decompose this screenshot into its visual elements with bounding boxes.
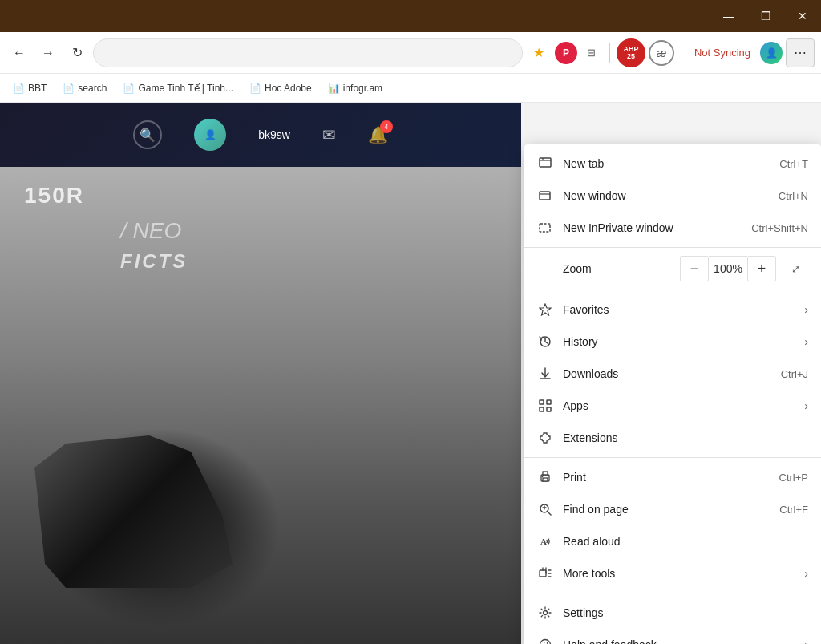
menu-item-print[interactable]: Print Ctrl+P [524, 461, 821, 493]
menu-item-favorites[interactable]: Favorites › [524, 294, 821, 326]
new-window-label: New window [563, 189, 769, 202]
svg-rect-13 [547, 407, 551, 411]
notification-button[interactable]: 🔔 4 [368, 125, 388, 144]
extensions-label: Extensions [563, 431, 808, 444]
print-icon [537, 469, 553, 485]
inprivate-label: New InPrivate window [563, 221, 742, 234]
print-shortcut: Ctrl+P [779, 472, 808, 484]
not-syncing-button[interactable]: Not Syncing [688, 43, 757, 62]
bookmark-search-icon: 📄 [63, 83, 75, 94]
search-button[interactable]: 🔍 [133, 120, 162, 149]
maximize-button[interactable]: ❐ [747, 0, 784, 32]
more-tools-label: More tools [563, 567, 788, 580]
title-bar: — ❐ ✕ [0, 0, 821, 32]
svg-rect-11 [547, 400, 551, 404]
toolbar: ← → ↻ ★ P ⊟ ABP 25 æ Not Syncing 👤 ⋯ [0, 32, 821, 74]
menu-item-find[interactable]: Find on page Ctrl+F [524, 493, 821, 525]
help-icon: ? [537, 637, 553, 644]
split-tab-button[interactable]: ⊟ [580, 42, 603, 64]
bookmark-bar: 📄 BBT 📄 search 📄 Game Tinh Tế | Tinh... … [0, 74, 821, 103]
settings-label: Settings [563, 606, 808, 619]
more-menu-button[interactable]: ⋯ [786, 38, 815, 67]
neo-text: / NEO FICTS [120, 215, 188, 274]
menu-item-read-aloud[interactable]: A Read aloud [524, 525, 821, 557]
svg-line-19 [548, 512, 551, 515]
apps-icon [537, 398, 553, 414]
svg-rect-16 [543, 478, 548, 481]
page-image: 150R / NEO FICTS [0, 167, 521, 644]
bookmark-hocadobe-label: Hoc Adobe [265, 83, 312, 94]
new-window-shortcut: Ctrl+N [779, 190, 808, 202]
svg-point-22 [544, 611, 548, 615]
bookmark-hocadobe-icon: 📄 [249, 83, 261, 94]
profile-badge[interactable]: ABP 25 [617, 38, 645, 67]
bookmark-hocadobe[interactable]: 📄 Hoc Adobe [243, 79, 318, 97]
extensions-icon [537, 430, 553, 446]
close-button[interactable]: ✕ [784, 0, 821, 32]
notification-badge: 4 [380, 120, 393, 133]
bookmark-bbt[interactable]: 📄 BBT [6, 79, 53, 97]
new-window-icon [537, 188, 553, 204]
bookmark-bbt-label: BBT [28, 83, 47, 94]
back-button[interactable]: ← [6, 40, 32, 66]
forward-button[interactable]: → [35, 40, 61, 66]
menu-item-new-tab[interactable]: New tab Ctrl+T [524, 148, 821, 180]
divider-4 [524, 593, 821, 593]
find-label: Find on page [563, 503, 770, 516]
history-arrow: › [804, 335, 808, 348]
favorites-label: Favorites [563, 303, 788, 316]
not-syncing-label: Not Syncing [694, 47, 750, 59]
zoom-buttons: − 100% + [680, 256, 776, 281]
page-header: 🔍 👤 bk9sw ✉ 🔔 4 [0, 103, 521, 167]
svg-rect-5 [540, 224, 550, 232]
minimize-button[interactable]: — [710, 0, 747, 32]
username-label: bk9sw [258, 128, 290, 141]
zoom-expand-button[interactable]: ⤢ [783, 256, 808, 281]
inprivate-shortcut: Ctrl+Shift+N [751, 222, 808, 234]
svg-rect-3 [540, 192, 550, 200]
menu-item-downloads[interactable]: Downloads Ctrl+J [524, 358, 821, 390]
menu-item-extensions[interactable]: Extensions [524, 422, 821, 454]
zoom-value: 100% [709, 256, 747, 281]
downloads-label: Downloads [563, 367, 771, 380]
inprivate-icon [537, 220, 553, 236]
svg-rect-12 [540, 407, 544, 411]
pocket-button[interactable]: P [555, 42, 577, 64]
zoom-out-button[interactable]: − [680, 256, 709, 281]
favorites-button[interactable]: ★ [526, 40, 552, 66]
find-icon [537, 501, 553, 517]
mail-button[interactable]: ✉ [322, 125, 336, 144]
menu-item-history[interactable]: History › [524, 326, 821, 358]
find-shortcut: Ctrl+F [779, 504, 808, 516]
profile-num: 25 [627, 53, 635, 60]
bookmark-gametinh[interactable]: 📄 Game Tinh Tế | Tinh... [116, 79, 240, 97]
apps-label: Apps [563, 399, 788, 412]
zoom-in-button[interactable]: + [747, 256, 776, 281]
svg-rect-21 [540, 570, 546, 577]
zoom-control: Zoom − 100% + ⤢ [524, 251, 821, 286]
menu-item-help[interactable]: ? Help and feedback › [524, 629, 821, 644]
user-avatar-large[interactable]: 👤 [194, 119, 226, 151]
menu-item-more-tools[interactable]: More tools › [524, 557, 821, 589]
menu-item-inprivate[interactable]: New InPrivate window Ctrl+Shift+N [524, 212, 821, 244]
user-avatar-icon: 👤 [766, 47, 778, 59]
read-aloud-label: Read aloud [563, 535, 808, 548]
scene-sign: 150R [24, 183, 84, 209]
refresh-button[interactable]: ↻ [64, 40, 90, 66]
ae-icon: æ [649, 40, 674, 66]
menu-item-new-window[interactable]: New window Ctrl+N [524, 180, 821, 212]
help-arrow: › [804, 638, 808, 644]
user-avatar[interactable]: 👤 [760, 42, 783, 64]
pocket-icon: P [563, 47, 569, 59]
zoom-label: Zoom [537, 262, 680, 275]
address-bar[interactable] [93, 38, 523, 67]
bookmark-infogram[interactable]: 📊 infogr.am [322, 79, 389, 97]
new-tab-icon [537, 156, 553, 172]
svg-text:A: A [540, 537, 547, 546]
divider-3 [524, 457, 821, 458]
menu-item-settings[interactable]: Settings [524, 597, 821, 629]
menu-item-apps[interactable]: Apps › [524, 390, 821, 422]
avatar-image: 👤 [204, 129, 216, 140]
bookmark-search[interactable]: 📄 search [56, 79, 113, 97]
page-content: 🔍 👤 bk9sw ✉ 🔔 4 150R / NEO FICTS [0, 103, 521, 644]
